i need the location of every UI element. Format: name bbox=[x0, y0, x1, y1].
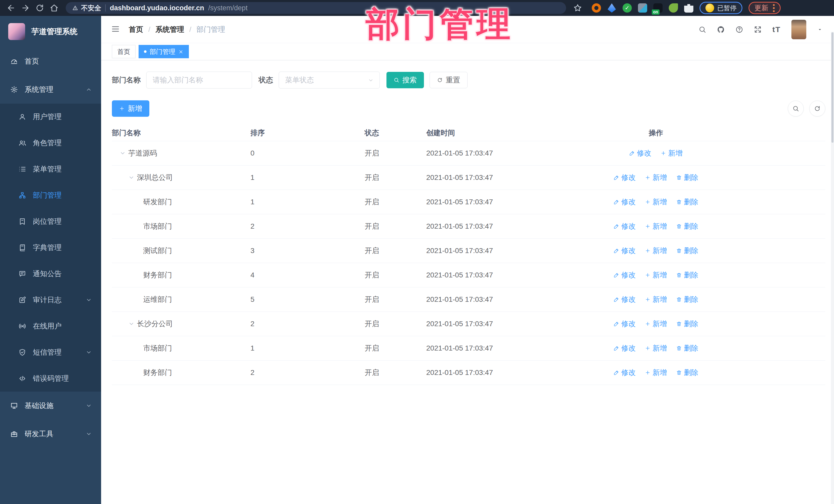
sidebar-item-label: 基础设施 bbox=[25, 401, 79, 411]
user-avatar[interactable] bbox=[791, 20, 806, 39]
sidebar-item-基础设施[interactable]: 基础设施 bbox=[0, 392, 101, 420]
dept-status: 开启 bbox=[358, 360, 420, 385]
back-icon[interactable] bbox=[5, 2, 17, 14]
sidebar-item-系统管理[interactable]: 系统管理 bbox=[0, 75, 101, 104]
refresh-table-button[interactable] bbox=[809, 101, 825, 116]
extension-switch-icon[interactable]: on bbox=[653, 3, 663, 13]
tab-dept-management[interactable]: 部门管理 bbox=[138, 45, 189, 58]
page-scrollbar[interactable] bbox=[831, 32, 834, 504]
add-button[interactable]: 新增 bbox=[112, 100, 149, 117]
add-action-link[interactable]: 新增 bbox=[645, 319, 667, 329]
forward-icon[interactable] bbox=[20, 2, 31, 14]
home-icon[interactable] bbox=[48, 2, 60, 14]
add-action-link[interactable]: 新增 bbox=[645, 246, 667, 256]
modify-action-link[interactable]: 修改 bbox=[614, 221, 636, 231]
hamburger-icon[interactable] bbox=[111, 24, 120, 35]
status-select[interactable] bbox=[279, 72, 380, 89]
chrome-update-button[interactable]: 更新 bbox=[749, 2, 781, 14]
delete-action-link[interactable]: 删除 bbox=[676, 270, 698, 280]
extension-check-icon[interactable]: ✓ bbox=[622, 3, 632, 13]
sidebar-item-通知公告[interactable]: 通知公告 bbox=[0, 261, 101, 287]
caret-down-icon[interactable] bbox=[817, 27, 823, 32]
expand-caret-icon[interactable] bbox=[119, 150, 126, 156]
sidebar-item-首页[interactable]: 首页 bbox=[0, 47, 101, 75]
fullscreen-icon[interactable] bbox=[754, 26, 762, 34]
delete-action-link[interactable]: 删除 bbox=[676, 294, 698, 304]
extension-drop-icon[interactable] bbox=[607, 3, 616, 13]
modify-action-link[interactable]: 修改 bbox=[614, 294, 636, 304]
sidebar-item-用户管理[interactable]: 用户管理 bbox=[0, 104, 101, 130]
scrollbar-thumb[interactable] bbox=[831, 32, 833, 143]
status-label: 状态 bbox=[259, 75, 273, 85]
plus-icon bbox=[645, 272, 651, 278]
sidebar-item-错误码管理[interactable]: 错误码管理 bbox=[0, 366, 101, 392]
sidebar-item-岗位管理[interactable]: 岗位管理 bbox=[0, 209, 101, 235]
sidebar-item-菜单管理[interactable]: 菜单管理 bbox=[0, 156, 101, 182]
extension-orange-icon[interactable] bbox=[592, 3, 601, 13]
reload-icon[interactable] bbox=[34, 2, 46, 14]
sidebar-item-短信管理[interactable]: 短信管理 bbox=[0, 339, 101, 366]
add-action-link[interactable]: 新增 bbox=[645, 197, 667, 207]
profile-paused-chip[interactable]: 已暂停 bbox=[700, 2, 742, 14]
sidebar-item-label: 菜单管理 bbox=[33, 164, 92, 174]
github-icon[interactable] bbox=[717, 26, 725, 34]
sidebar-item-字典管理[interactable]: 字典管理 bbox=[0, 235, 101, 261]
modify-action-link[interactable]: 修改 bbox=[614, 246, 636, 256]
expand-caret-icon[interactable] bbox=[128, 321, 134, 327]
sidebar-item-角色管理[interactable]: 角色管理 bbox=[0, 130, 101, 156]
delete-action-link[interactable]: 删除 bbox=[676, 368, 698, 377]
add-action-link[interactable]: 新增 bbox=[660, 148, 683, 158]
breadcrumb-home[interactable]: 首页 bbox=[129, 25, 143, 35]
delete-action-link[interactable]: 删除 bbox=[676, 319, 698, 329]
add-action-link[interactable]: 新增 bbox=[645, 270, 667, 280]
modify-action-link[interactable]: 修改 bbox=[614, 319, 636, 329]
help-icon[interactable] bbox=[736, 26, 743, 34]
expand-caret-icon[interactable] bbox=[128, 175, 134, 181]
sidebar-item-研发工具[interactable]: 研发工具 bbox=[0, 420, 101, 448]
toggle-search-button[interactable] bbox=[788, 101, 804, 116]
extensions-puzzle-icon[interactable] bbox=[684, 3, 694, 13]
dept-name-input[interactable] bbox=[146, 72, 252, 89]
delete-action-link[interactable]: 删除 bbox=[676, 221, 698, 231]
dept-sort: 4 bbox=[244, 263, 358, 287]
add-action-link[interactable]: 新增 bbox=[645, 221, 667, 231]
modify-action-link[interactable]: 修改 bbox=[614, 270, 636, 280]
modify-action-link[interactable]: 修改 bbox=[614, 173, 636, 182]
chevron-down-icon bbox=[86, 349, 92, 355]
delete-action-link[interactable]: 删除 bbox=[676, 197, 698, 207]
add-action-link[interactable]: 新增 bbox=[645, 368, 667, 377]
font-size-icon[interactable]: tT bbox=[772, 25, 781, 34]
app-logo-row[interactable]: 芋道管理系统 bbox=[0, 16, 101, 47]
sidebar-item-审计日志[interactable]: 审计日志 bbox=[0, 287, 101, 313]
bookmark-star-icon[interactable] bbox=[572, 2, 584, 14]
sidebar-item-部门管理[interactable]: 部门管理 bbox=[0, 182, 101, 209]
add-action-link[interactable]: 新增 bbox=[645, 343, 667, 353]
tab-home[interactable]: 首页 bbox=[112, 45, 135, 58]
reset-button[interactable]: 重置 bbox=[430, 72, 467, 88]
sidebar-item-label: 错误码管理 bbox=[33, 374, 92, 384]
add-action-link[interactable]: 新增 bbox=[645, 294, 667, 304]
delete-action-link[interactable]: 删除 bbox=[676, 343, 698, 353]
delete-action-link[interactable]: 删除 bbox=[676, 173, 698, 182]
extension-leaf-icon[interactable] bbox=[669, 3, 678, 13]
status-select-input[interactable] bbox=[279, 72, 380, 89]
dept-name: 财务部门 bbox=[143, 368, 172, 377]
sidebar-item-在线用户[interactable]: 在线用户 bbox=[0, 313, 101, 339]
modify-action-link[interactable]: 修改 bbox=[629, 148, 651, 158]
breadcrumb-separator: / bbox=[148, 25, 150, 34]
url-path: /system/dept bbox=[208, 4, 248, 12]
pencil-icon bbox=[614, 345, 619, 351]
search-button[interactable]: 搜索 bbox=[387, 72, 424, 88]
delete-action-link[interactable]: 删除 bbox=[676, 246, 698, 256]
annotation-title: 部门管理 bbox=[366, 2, 513, 47]
extension-grid-icon[interactable] bbox=[638, 3, 647, 13]
kebab-menu-icon[interactable] bbox=[773, 4, 775, 12]
add-action-link[interactable]: 新增 bbox=[645, 173, 667, 182]
close-icon[interactable] bbox=[178, 49, 183, 54]
search-icon[interactable] bbox=[699, 26, 706, 34]
breadcrumb-system[interactable]: 系统管理 bbox=[155, 25, 184, 35]
modify-action-link[interactable]: 修改 bbox=[614, 343, 636, 353]
modify-action-link[interactable]: 修改 bbox=[614, 368, 636, 377]
site-security[interactable]: 不安全 bbox=[72, 4, 101, 13]
modify-action-link[interactable]: 修改 bbox=[614, 197, 636, 207]
